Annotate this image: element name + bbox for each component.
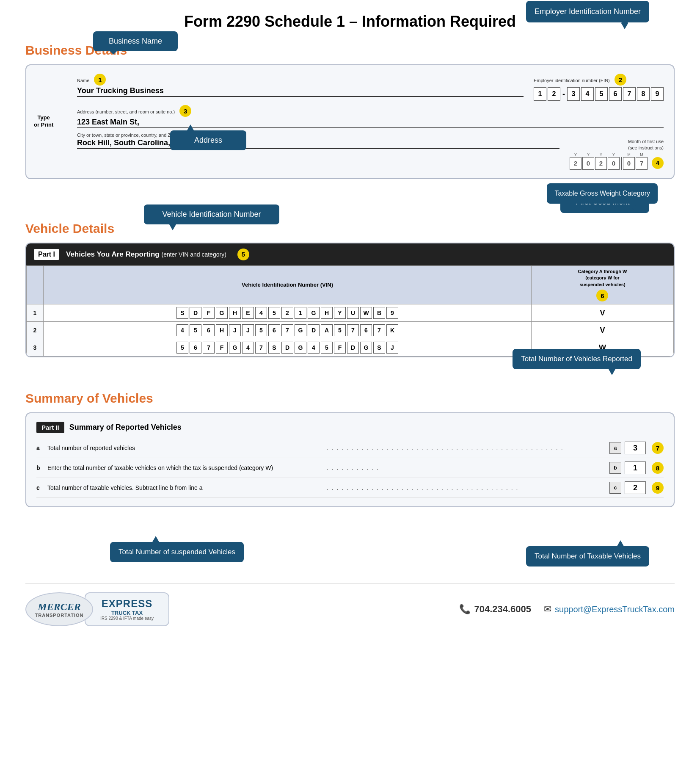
summary-line-ref: c <box>609 482 621 494</box>
ein-boxes: 1 2 - 3 4 5 6 7 8 9 <box>534 87 664 101</box>
summary-section-title: Summary of Vehicles <box>25 391 675 406</box>
month-digit-5: 0 <box>623 157 635 170</box>
ein-digit-9: 9 <box>651 87 664 101</box>
vin-char-box: B <box>373 307 385 319</box>
badge-4: 4 <box>652 157 664 169</box>
vin-char-box: D <box>281 342 293 354</box>
badge-5: 5 <box>237 249 249 260</box>
summary-value: 1 <box>625 461 646 474</box>
vin-char-box: 7 <box>347 324 359 336</box>
ein-digit-3: 3 <box>567 87 580 101</box>
vin-char-box: H <box>216 324 228 336</box>
vin-chars-cell: SDFGHE4521GHYUWB9 <box>44 304 532 322</box>
vin-row-num: 1 <box>27 304 44 322</box>
vin-char-box: G <box>295 342 306 354</box>
part-i-header: Part I Vehicles You Are Reporting (enter… <box>26 243 674 265</box>
badge-7: 7 <box>652 442 664 454</box>
contact-email: support@ExpressTruckTax.com <box>555 605 675 614</box>
month-col-Y4: Y 0 <box>608 152 620 170</box>
business-name-value: Your Trucking Business <box>77 86 524 97</box>
mercer-logo: MERCER TRANSPORTATION <box>25 592 93 626</box>
vin-char-box: 6 <box>268 324 280 336</box>
vin-char-box: 4 <box>242 342 254 354</box>
vin-char-box: F <box>334 342 346 354</box>
vin-char-box: 4 <box>176 324 188 336</box>
summary-row-label: Enter the total number of taxable vehicl… <box>47 464 323 471</box>
month-col-M1: M 0 <box>623 152 635 170</box>
vin-char-box: 5 <box>334 324 346 336</box>
vin-char-box: 6 <box>203 324 215 336</box>
business-details-section: Business Details Business Name Employer … <box>25 43 675 179</box>
month-label: Month of first use(see instructions) <box>570 133 664 151</box>
callout-ein: Employer Identification Number <box>526 1 649 22</box>
type-or-print-label: Type or Print <box>34 115 53 129</box>
part-ii-label: Part II <box>36 422 64 433</box>
address-value: 123 East Main St, <box>77 118 664 128</box>
vin-char-box: 5 <box>176 342 188 354</box>
name-label: Name 1 <box>77 74 524 86</box>
vin-char-box: 4 <box>255 307 267 319</box>
ein-digit-1: 1 <box>534 87 546 101</box>
vin-char-box: D <box>190 307 201 319</box>
summary-row-dots: . . . . . . . . . . . . . . . . . . . . … <box>327 484 603 491</box>
summary-row: aTotal number of reported vehicles. . . … <box>36 438 664 458</box>
callout-suspended: Total Number of suspended Vehicles <box>110 542 244 562</box>
summary-row-dots: . . . . . . . . . . . . . . . . . . . . … <box>327 445 603 451</box>
month-digit-1: 2 <box>570 157 581 170</box>
vehicle-section-title: Vehicle Details <box>25 221 675 236</box>
callout-vehicles-reported: Total Number of Vehicles Reported <box>513 349 641 369</box>
month-digit-3: 2 <box>595 157 607 170</box>
summary-row-letter: a <box>36 445 44 451</box>
vin-char-box: 7 <box>281 324 293 336</box>
month-divider <box>621 157 622 170</box>
city-month-row: City or town, state or province, country… <box>77 133 664 170</box>
vin-char-box: F <box>216 342 228 354</box>
vin-char-box: G <box>308 307 320 319</box>
vin-row-num: 2 <box>27 322 44 339</box>
vin-char-box: 6 <box>360 324 372 336</box>
vin-char-box: G <box>360 342 372 354</box>
vin-char-box: 5 <box>255 324 267 336</box>
city-label: City or town, state or province, country… <box>77 133 559 138</box>
vin-char-box: J <box>386 342 398 354</box>
summary-rows: aTotal number of reported vehicles. . . … <box>36 438 664 498</box>
badge-9: 9 <box>652 482 664 494</box>
vin-char-box: K <box>386 324 398 336</box>
vin-category: V <box>531 322 673 339</box>
callout-address: Address <box>170 130 246 150</box>
callout-taxable: Total Number of Taxable Vehicles <box>526 546 649 567</box>
vin-char-box: D <box>347 342 359 354</box>
part-ii-header: Part II Summary of Reported Vehicles <box>36 422 664 433</box>
month-field: Month of first use(see instructions) Y 2… <box>570 133 664 170</box>
vin-char-box: G <box>295 324 306 336</box>
summary-row-dots: . . . . . . . . . . . <box>327 464 603 471</box>
callout-tgw: Taxable Gross Weight Category <box>547 183 658 204</box>
address-label: Address (number, street, and room or sui… <box>77 105 664 117</box>
col-num <box>27 265 44 304</box>
vin-char-box: U <box>347 307 359 319</box>
col-cat: Category A through W (category W for sus… <box>531 265 673 304</box>
vin-char-box: S <box>176 307 188 319</box>
vin-char-box: 5 <box>190 324 201 336</box>
vin-table: Vehicle Identification Number (VIN) Cate… <box>26 265 674 356</box>
contact-phone-item: 📞 704.234.6005 <box>459 604 531 615</box>
vin-chars-cell: 567FG47SDG45FDGSJ <box>44 339 532 356</box>
month-boxes: Y 2 Y 0 Y 2 Y 0 <box>570 152 664 170</box>
vin-char-box: G <box>216 307 228 319</box>
summary-line-ref: a <box>609 442 621 454</box>
vehicle-details-section: Vehicle Details Vehicle Identification N… <box>25 221 675 357</box>
city-field: City or town, state or province, country… <box>77 133 559 149</box>
vin-char-box: 5 <box>268 307 280 319</box>
vin-row-num: 3 <box>27 339 44 356</box>
vin-char-box: 7 <box>203 342 215 354</box>
vin-char-box: 1 <box>295 307 306 319</box>
month-digit-2: 0 <box>582 157 594 170</box>
ein-label: Employer identification number (EIN) 2 <box>534 74 664 86</box>
footer: MERCER TRANSPORTATION EXPRESS TRUCK TAX … <box>25 583 675 626</box>
vin-char-box: 9 <box>386 307 398 319</box>
summary-value: 2 <box>625 481 646 494</box>
badge-6: 6 <box>596 290 608 301</box>
vin-char-box: W <box>360 307 372 319</box>
badge-8: 8 <box>652 462 664 474</box>
contact-phone: 704.234.6005 <box>474 604 531 615</box>
